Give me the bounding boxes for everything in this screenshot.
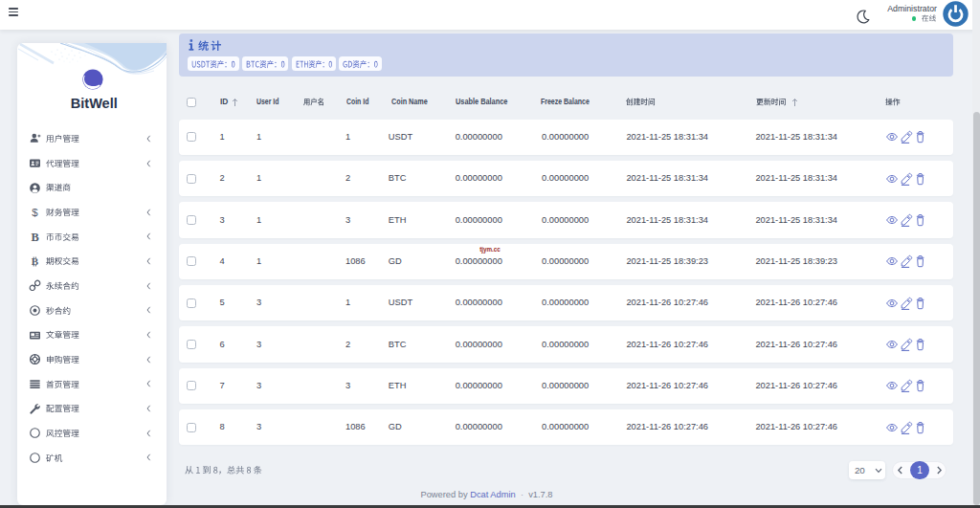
svg-text:$: $ [32,207,38,218]
svg-text:B: B [31,231,38,244]
svg-text:B: B [32,255,39,267]
